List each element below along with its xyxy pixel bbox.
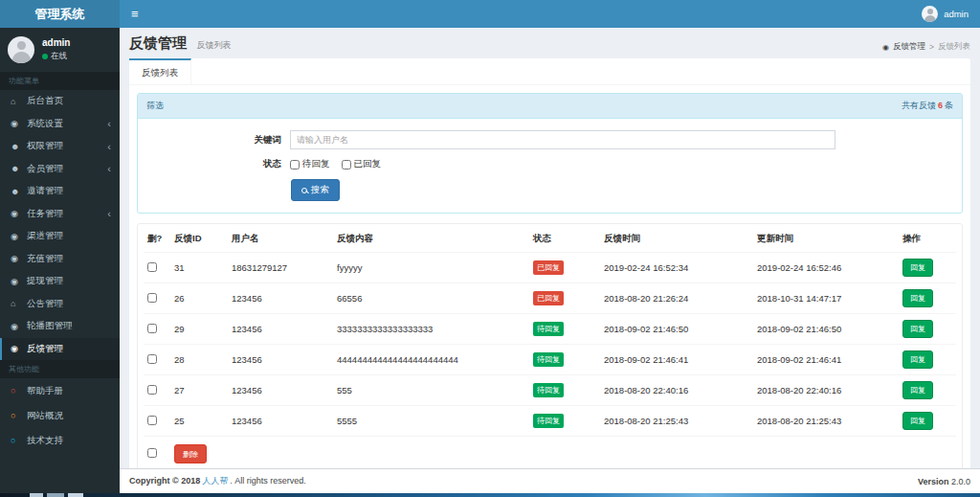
col-actions: 操作 [899,226,956,253]
status-option-pending[interactable]: 待回复 [290,158,330,170]
row-checkbox[interactable] [147,385,157,395]
filter-panel-body: 关键词 状态 待回复 已回复 [138,119,962,213]
row-checkbox[interactable] [147,293,157,303]
breadcrumb-current: 反馈列表 [938,41,970,53]
select-all-checkbox[interactable] [147,448,157,458]
status-badge: 待回复 [533,383,564,397]
chevron-left-icon: ‹ [107,141,111,152]
reply-button[interactable]: 回复 [902,259,933,277]
navbar: ≡ admin [120,0,980,28]
reply-button[interactable]: 回复 [902,289,933,307]
cell-update-time: 2018-09-02 21:46:41 [753,345,899,375]
dashboard-icon: ◉ [882,43,889,52]
reply-button[interactable]: 回复 [902,350,933,369]
cell-update-time: 2018-10-31 14:47:17 [753,283,899,314]
status-badge: 已回复 [533,291,564,305]
cell-feedback-id: 26 [170,283,228,314]
top-bar: 管理系统 ≡ admin [0,0,980,28]
taskbar-item [68,493,83,497]
status-badge: 待回复 [533,322,564,336]
sidebar-item-channels[interactable]: ◉ 渠道管理 [0,225,120,248]
cell-content: 66556 [333,283,529,314]
user-avatar-icon [922,6,938,22]
sidebar-item-banners[interactable]: ◉ 轮播图管理 [0,315,120,338]
sidebar-item-invitations[interactable]: ☻ 邀请管理 [0,180,120,203]
feedback-count: 共有反馈6条 [902,100,953,112]
cell-username: 18631279127 [228,253,333,283]
sidebar-item-tasks[interactable]: ◉ 任务管理 ‹ [0,203,120,226]
avatar [8,36,34,63]
content-header: 反馈管理 反馈列表 ◉ 反馈管理 > 反馈列表 [120,28,980,58]
sidebar-toggle-hamburger-icon[interactable]: ≡ [120,0,150,28]
cell-feedback-time: 2018-08-20 22:40:16 [600,375,753,406]
cell-content: 444444444444444444444444 [333,345,529,375]
col-feedback-time: 反馈时间 [600,226,753,253]
sidebar-item-system-settings[interactable]: ◉ 系统设置 ‹ [0,113,120,136]
keyword-label: 关键词 [146,134,290,147]
breadcrumb: ◉ 反馈管理 > 反馈列表 [882,41,970,53]
sidebar: admin 在线 功能菜单 ⌂ 后台首页 ◉ 系统设置 ‹ ☻ 权限管理 ‹ ☻… [0,28,120,493]
page-title: 反馈管理 [129,34,187,51]
sidebar-item-members[interactable]: ☻ 会员管理 ‹ [0,158,120,181]
cell-content: 3333333333333333333 [333,314,529,345]
circle-o-icon: ○ [11,436,23,445]
dashboard-icon: ◉ [11,209,23,218]
delete-button[interactable]: 删除 [174,444,207,463]
cell-feedback-id: 29 [170,314,228,345]
sidebar-item-site-overview[interactable]: ○ 网站概况 [0,403,120,428]
search-button[interactable]: 搜索 [291,179,340,201]
tab-box: 反馈列表 筛选 共有反馈6条 关键词 状态 [129,58,970,468]
reply-button[interactable]: 回复 [902,320,933,338]
cell-feedback-id: 31 [170,253,228,283]
row-checkbox[interactable] [147,354,157,364]
status-option-replied[interactable]: 已回复 [342,158,382,170]
users-icon: ☻ [11,142,23,151]
table-header-row: 删? 反馈ID 用户名 反馈内容 状态 反馈时间 更新时间 操作 [144,226,956,253]
tab-bar: 反馈列表 [129,58,970,85]
home-icon: ⌂ [11,97,23,106]
taskbar-item [47,493,64,497]
reply-button[interactable]: 回复 [902,412,933,430]
sidebar-item-tech-support[interactable]: ○ 技术支持 [0,428,120,453]
reply-button[interactable]: 回复 [902,381,933,399]
dashboard-icon: ◉ [11,232,23,241]
app-brand: 管理系统 [0,0,120,28]
bulk-delete-row: 删除 [144,437,956,469]
feedback-table-panel: 删? 反馈ID 用户名 反馈内容 状态 反馈时间 更新时间 操作 [137,223,963,468]
row-checkbox[interactable] [147,324,157,333]
row-checkbox[interactable] [147,416,157,425]
cell-username: 123456 [228,283,333,314]
cell-content: 5555 [333,406,529,437]
page-subtitle: 反馈列表 [196,40,231,50]
cell-update-time: 2018-08-20 21:25:43 [753,406,899,437]
breadcrumb-root[interactable]: 反馈管理 [893,41,925,53]
keyword-input[interactable] [290,130,835,149]
users-icon: ☻ [11,187,23,196]
company-link[interactable]: 人人帮 [202,476,228,486]
footer: Copyright © 2018人人帮. All rights reserved… [120,468,980,493]
table-row: 28 123456 444444444444444444444444 待回复 2… [144,345,956,375]
sidebar-item-permissions[interactable]: ☻ 权限管理 ‹ [0,135,120,158]
row-checkbox[interactable] [147,262,157,272]
chevron-left-icon: ‹ [107,163,111,174]
tab-feedback-list[interactable]: 反馈列表 [129,58,191,84]
sidebar-item-home[interactable]: ⌂ 后台首页 [0,90,120,113]
sidebar-item-feedback[interactable]: ◉ 反馈管理 [0,338,120,361]
table-row: 25 123456 5555 待回复 2018-08-20 21:25:43 2… [144,406,956,437]
filter-title: 筛选 [146,100,164,112]
dashboard-icon: ◉ [11,277,23,286]
sidebar-item-withdrawals[interactable]: ◉ 提现管理 [0,270,120,293]
footer-copyright: Copyright © 2018人人帮. All rights reserved… [129,475,306,487]
footer-version: Version 2.0.0 [918,477,970,486]
sidebar-item-announcements[interactable]: ⌂ 公告管理 [0,293,120,316]
sidebar-item-help-manual[interactable]: ○ 帮助手册 [0,378,120,403]
sidebar-item-recharge[interactable]: ◉ 充值管理 [0,248,120,271]
cell-feedback-time: 2018-09-02 21:46:50 [600,314,753,345]
pending-checkbox[interactable] [290,160,300,169]
replied-checkbox[interactable] [342,160,351,169]
cell-feedback-id: 27 [170,375,228,406]
status-badge: 已回复 [533,260,564,275]
dashboard-icon: ◉ [11,322,23,331]
sidebar-section-other: 其他功能 [0,360,120,378]
user-menu[interactable]: admin [910,0,980,28]
